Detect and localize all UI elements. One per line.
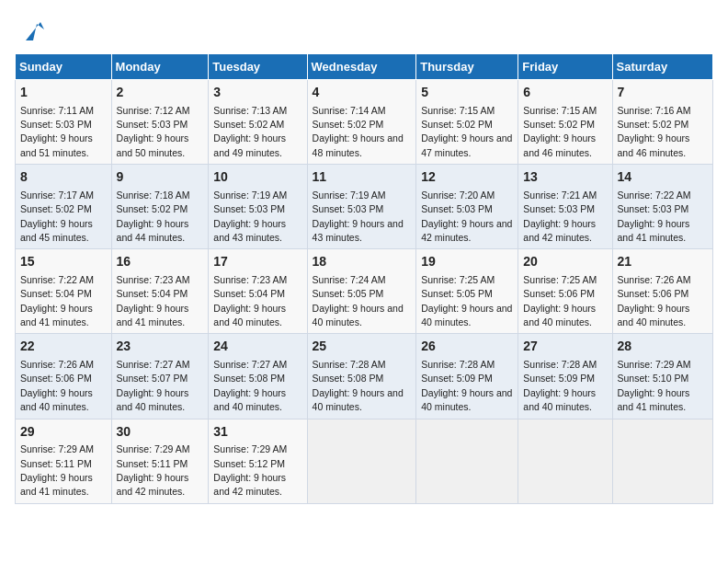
calendar-cell: 14Sunrise: 7:22 AMSunset: 5:03 PMDayligh… — [612, 165, 712, 249]
day-info: Sunrise: 7:13 AMSunset: 5:02 AMDaylight:… — [213, 105, 287, 158]
day-info: Sunrise: 7:15 AMSunset: 5:02 PMDaylight:… — [523, 105, 597, 158]
calendar-cell: 18Sunrise: 7:24 AMSunset: 5:05 PMDayligh… — [307, 249, 416, 334]
calendar-cell: 23Sunrise: 7:27 AMSunset: 5:07 PMDayligh… — [111, 334, 209, 419]
day-info: Sunrise: 7:29 AMSunset: 5:11 PMDaylight:… — [117, 443, 190, 497]
calendar-cell: 11Sunrise: 7:19 AMSunset: 5:03 PMDayligh… — [307, 165, 416, 249]
day-number: 6 — [523, 84, 607, 102]
calendar-cell: 7Sunrise: 7:16 AMSunset: 5:02 PMDaylight… — [612, 80, 712, 165]
day-info: Sunrise: 7:29 AMSunset: 5:11 PMDaylight:… — [20, 443, 94, 497]
day-info: Sunrise: 7:27 AMSunset: 5:07 PMDaylight:… — [117, 359, 190, 412]
calendar-cell: 27Sunrise: 7:28 AMSunset: 5:09 PMDayligh… — [518, 334, 612, 419]
day-info: Sunrise: 7:24 AMSunset: 5:05 PMDaylight:… — [313, 274, 404, 327]
calendar-cell: 12Sunrise: 7:20 AMSunset: 5:03 PMDayligh… — [416, 165, 518, 249]
day-number: 3 — [213, 84, 301, 102]
day-info: Sunrise: 7:19 AMSunset: 5:03 PMDaylight:… — [313, 190, 404, 243]
day-number: 22 — [20, 338, 107, 356]
day-info: Sunrise: 7:19 AMSunset: 5:03 PMDaylight:… — [213, 190, 287, 243]
day-info: Sunrise: 7:25 AMSunset: 5:06 PMDaylight:… — [523, 274, 597, 327]
day-info: Sunrise: 7:11 AMSunset: 5:03 PMDaylight:… — [20, 105, 94, 158]
day-info: Sunrise: 7:25 AMSunset: 5:05 PMDaylight:… — [421, 274, 512, 327]
day-info: Sunrise: 7:29 AMSunset: 5:10 PMDaylight:… — [618, 359, 691, 412]
day-number: 2 — [117, 84, 204, 102]
calendar-cell: 19Sunrise: 7:25 AMSunset: 5:05 PMDayligh… — [416, 249, 518, 334]
week-row-2: 8Sunrise: 7:17 AMSunset: 5:02 PMDaylight… — [16, 165, 713, 249]
day-info: Sunrise: 7:21 AMSunset: 5:03 PMDaylight:… — [523, 190, 597, 243]
calendar-cell: 1Sunrise: 7:11 AMSunset: 5:03 PMDaylight… — [16, 80, 112, 165]
col-header-tuesday: Tuesday — [209, 54, 307, 80]
day-number: 10 — [213, 168, 301, 187]
calendar-cell — [518, 419, 612, 503]
week-row-3: 15Sunrise: 7:22 AMSunset: 5:04 PMDayligh… — [16, 249, 713, 334]
day-number: 26 — [421, 338, 513, 356]
day-number: 16 — [117, 253, 204, 271]
day-info: Sunrise: 7:18 AMSunset: 5:02 PMDaylight:… — [117, 190, 190, 243]
calendar-cell: 10Sunrise: 7:19 AMSunset: 5:03 PMDayligh… — [209, 165, 307, 249]
calendar-cell: 30Sunrise: 7:29 AMSunset: 5:11 PMDayligh… — [111, 419, 209, 503]
day-info: Sunrise: 7:22 AMSunset: 5:04 PMDaylight:… — [20, 274, 94, 327]
calendar-cell: 17Sunrise: 7:23 AMSunset: 5:04 PMDayligh… — [209, 249, 307, 334]
calendar-cell: 9Sunrise: 7:18 AMSunset: 5:02 PMDaylight… — [111, 165, 209, 249]
day-number: 12 — [421, 168, 513, 187]
calendar-cell — [416, 419, 518, 503]
calendar-cell: 2Sunrise: 7:12 AMSunset: 5:03 PMDaylight… — [111, 80, 209, 165]
day-info: Sunrise: 7:14 AMSunset: 5:02 PMDaylight:… — [313, 105, 404, 158]
day-info: Sunrise: 7:12 AMSunset: 5:03 PMDaylight:… — [117, 105, 190, 158]
calendar-cell: 29Sunrise: 7:29 AMSunset: 5:11 PMDayligh… — [16, 419, 112, 503]
calendar-cell: 3Sunrise: 7:13 AMSunset: 5:02 AMDaylight… — [209, 80, 307, 165]
calendar-cell: 31Sunrise: 7:29 AMSunset: 5:12 PMDayligh… — [209, 419, 307, 503]
calendar-cell: 4Sunrise: 7:14 AMSunset: 5:02 PMDaylight… — [307, 80, 416, 165]
day-number: 28 — [618, 338, 708, 356]
day-number: 29 — [20, 423, 107, 442]
day-number: 11 — [313, 168, 412, 187]
day-number: 18 — [313, 253, 412, 271]
day-info: Sunrise: 7:16 AMSunset: 5:02 PMDaylight:… — [618, 105, 691, 158]
week-row-5: 29Sunrise: 7:29 AMSunset: 5:11 PMDayligh… — [16, 419, 713, 503]
col-header-friday: Friday — [518, 54, 612, 80]
day-number: 7 — [618, 84, 708, 102]
day-number: 14 — [618, 168, 708, 187]
calendar-cell: 24Sunrise: 7:27 AMSunset: 5:08 PMDayligh… — [209, 334, 307, 419]
calendar-cell: 15Sunrise: 7:22 AMSunset: 5:04 PMDayligh… — [16, 249, 112, 334]
week-row-4: 22Sunrise: 7:26 AMSunset: 5:06 PMDayligh… — [16, 334, 713, 419]
day-number: 21 — [618, 253, 708, 271]
day-number: 17 — [213, 253, 301, 271]
page-header — [15, 15, 713, 44]
calendar-cell — [307, 419, 416, 503]
calendar-cell: 16Sunrise: 7:23 AMSunset: 5:04 PMDayligh… — [111, 249, 209, 334]
day-info: Sunrise: 7:27 AMSunset: 5:08 PMDaylight:… — [213, 359, 287, 412]
calendar-cell: 8Sunrise: 7:17 AMSunset: 5:02 PMDaylight… — [16, 165, 112, 249]
calendar-header: SundayMondayTuesdayWednesdayThursdayFrid… — [16, 54, 713, 80]
calendar-cell: 20Sunrise: 7:25 AMSunset: 5:06 PMDayligh… — [518, 249, 612, 334]
day-info: Sunrise: 7:26 AMSunset: 5:06 PMDaylight:… — [20, 359, 94, 412]
day-info: Sunrise: 7:22 AMSunset: 5:03 PMDaylight:… — [618, 190, 691, 243]
day-info: Sunrise: 7:26 AMSunset: 5:06 PMDaylight:… — [618, 274, 691, 327]
day-number: 8 — [20, 168, 107, 187]
day-number: 9 — [117, 168, 204, 187]
col-header-saturday: Saturday — [612, 54, 712, 80]
logo-icon — [18, 15, 48, 44]
day-number: 1 — [20, 84, 107, 102]
day-info: Sunrise: 7:23 AMSunset: 5:04 PMDaylight:… — [213, 274, 287, 327]
calendar-cell: 21Sunrise: 7:26 AMSunset: 5:06 PMDayligh… — [612, 249, 712, 334]
calendar-table: SundayMondayTuesdayWednesdayThursdayFrid… — [15, 53, 713, 504]
day-number: 13 — [523, 168, 607, 187]
day-info: Sunrise: 7:28 AMSunset: 5:09 PMDaylight:… — [421, 359, 512, 412]
calendar-cell: 5Sunrise: 7:15 AMSunset: 5:02 PMDaylight… — [416, 80, 518, 165]
day-number: 4 — [313, 84, 412, 102]
day-number: 31 — [213, 423, 301, 442]
day-number: 5 — [421, 84, 513, 102]
day-info: Sunrise: 7:20 AMSunset: 5:03 PMDaylight:… — [421, 190, 512, 243]
week-row-1: 1Sunrise: 7:11 AMSunset: 5:03 PMDaylight… — [16, 80, 713, 165]
calendar-cell: 6Sunrise: 7:15 AMSunset: 5:02 PMDaylight… — [518, 80, 612, 165]
calendar-cell: 28Sunrise: 7:29 AMSunset: 5:10 PMDayligh… — [612, 334, 712, 419]
calendar-cell: 26Sunrise: 7:28 AMSunset: 5:09 PMDayligh… — [416, 334, 518, 419]
day-info: Sunrise: 7:17 AMSunset: 5:02 PMDaylight:… — [20, 190, 94, 243]
day-info: Sunrise: 7:15 AMSunset: 5:02 PMDaylight:… — [421, 105, 512, 158]
calendar-cell: 22Sunrise: 7:26 AMSunset: 5:06 PMDayligh… — [16, 334, 112, 419]
calendar-cell — [612, 419, 712, 503]
day-info: Sunrise: 7:29 AMSunset: 5:12 PMDaylight:… — [213, 443, 287, 497]
day-number: 20 — [523, 253, 607, 271]
day-info: Sunrise: 7:28 AMSunset: 5:08 PMDaylight:… — [313, 359, 404, 412]
day-info: Sunrise: 7:28 AMSunset: 5:09 PMDaylight:… — [523, 359, 597, 412]
day-info: Sunrise: 7:23 AMSunset: 5:04 PMDaylight:… — [117, 274, 190, 327]
